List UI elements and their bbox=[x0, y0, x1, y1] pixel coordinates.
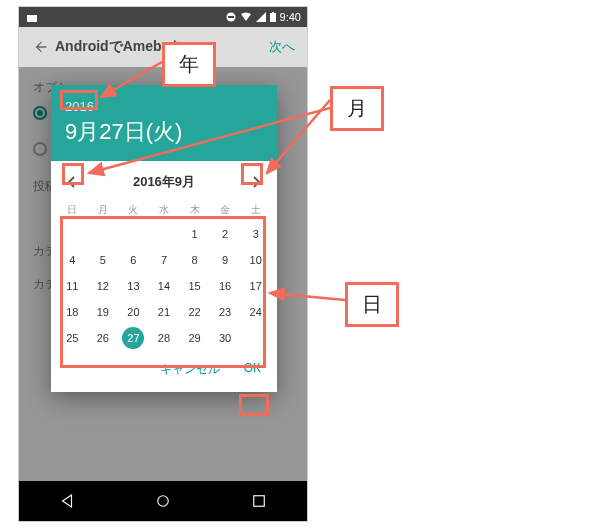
calendar-week: 252627282930. bbox=[51, 325, 277, 351]
status-clock: 9:40 bbox=[280, 11, 301, 23]
callout-year: 年 bbox=[162, 42, 216, 87]
calendar-day[interactable]: 23 bbox=[210, 299, 241, 325]
calendar-day[interactable]: 22 bbox=[179, 299, 210, 325]
calendar-day[interactable]: 1 bbox=[179, 221, 210, 247]
dow-mon: 月 bbox=[88, 199, 119, 221]
dow-wed: 水 bbox=[149, 199, 180, 221]
calendar-day[interactable]: 10 bbox=[240, 247, 271, 273]
month-nav: 2016年9月 bbox=[51, 161, 277, 199]
calendar-day[interactable]: 29 bbox=[179, 325, 210, 351]
svg-rect-3 bbox=[270, 13, 276, 22]
calendar-day[interactable]: 7 bbox=[149, 247, 180, 273]
app-bar-title: AndroidでAmebaを… bbox=[55, 38, 265, 56]
calendar-day[interactable]: 24 bbox=[240, 299, 271, 325]
calendar-day[interactable]: 8 bbox=[179, 247, 210, 273]
calendar-day: . bbox=[240, 325, 271, 351]
calendar-week: 18192021222324 bbox=[51, 299, 277, 325]
calendar-day: . bbox=[57, 221, 88, 247]
calendar-day[interactable]: 15 bbox=[179, 273, 210, 299]
calendar-day: . bbox=[88, 221, 119, 247]
month-label: 2016年9月 bbox=[133, 173, 195, 191]
battery-icon bbox=[270, 12, 276, 22]
calendar-day[interactable]: 12 bbox=[88, 273, 119, 299]
dow-sun: 日 bbox=[57, 199, 88, 221]
nav-home-icon bbox=[154, 492, 172, 510]
dow-tue: 火 bbox=[118, 199, 149, 221]
calendar-day[interactable]: 6 bbox=[118, 247, 149, 273]
chevron-left-icon bbox=[67, 176, 77, 188]
dow-thu: 木 bbox=[179, 199, 210, 221]
ok-button[interactable]: OK bbox=[238, 357, 267, 382]
calendar-day[interactable]: 18 bbox=[57, 299, 88, 325]
calendar-day[interactable]: 3 bbox=[240, 221, 271, 247]
nav-back-button[interactable] bbox=[58, 492, 76, 510]
date-picker-dialog: 2016 9月27日(火) 2016年9月 日 月 火 水 木 金 土 bbox=[51, 85, 277, 392]
next-month-button[interactable] bbox=[245, 171, 267, 193]
dow-fri: 金 bbox=[210, 199, 241, 221]
notification-icon bbox=[27, 12, 37, 22]
svg-rect-2 bbox=[228, 16, 234, 18]
calendar-week: 11121314151617 bbox=[51, 273, 277, 299]
calendar-day[interactable]: 5 bbox=[88, 247, 119, 273]
calendar-day[interactable]: 9 bbox=[210, 247, 241, 273]
date-picker-header: 2016 9月27日(火) bbox=[51, 85, 277, 161]
next-button[interactable]: 次へ bbox=[265, 38, 299, 56]
calendar-day[interactable]: 20 bbox=[118, 299, 149, 325]
nav-recent-button[interactable] bbox=[250, 492, 268, 510]
day-of-week-row: 日 月 火 水 木 金 土 bbox=[51, 199, 277, 221]
calendar-day[interactable]: 14 bbox=[149, 273, 180, 299]
svg-point-5 bbox=[158, 496, 169, 507]
calendar-day: . bbox=[118, 221, 149, 247]
dow-sat: 土 bbox=[240, 199, 271, 221]
calendar-grid: ....123456789101112131415161718192021222… bbox=[51, 221, 277, 351]
callout-day: 日 bbox=[345, 282, 399, 327]
status-bar: 9:40 bbox=[19, 7, 307, 27]
calendar-week: ....123 bbox=[51, 221, 277, 247]
nav-recent-icon bbox=[250, 492, 268, 510]
calendar-day[interactable]: 26 bbox=[88, 325, 119, 351]
calendar-day[interactable]: 27 bbox=[118, 325, 149, 351]
svg-rect-4 bbox=[272, 12, 274, 13]
calendar-day[interactable]: 4 bbox=[57, 247, 88, 273]
cancel-button[interactable]: キャンセル bbox=[154, 357, 226, 382]
svg-rect-6 bbox=[254, 496, 265, 507]
calendar-day[interactable]: 19 bbox=[88, 299, 119, 325]
selected-date-label[interactable]: 9月27日(火) bbox=[65, 117, 263, 147]
nav-home-button[interactable] bbox=[154, 492, 172, 510]
calendar-day: . bbox=[149, 221, 180, 247]
calendar-day[interactable]: 25 bbox=[57, 325, 88, 351]
calendar-day[interactable]: 13 bbox=[118, 273, 149, 299]
android-nav-bar bbox=[19, 481, 307, 521]
dnd-icon bbox=[226, 12, 236, 22]
calendar-day[interactable]: 2 bbox=[210, 221, 241, 247]
dialog-actions: キャンセル OK bbox=[51, 351, 277, 392]
svg-rect-0 bbox=[27, 15, 37, 22]
nav-back-icon bbox=[58, 492, 76, 510]
back-button[interactable] bbox=[27, 39, 55, 55]
year-label[interactable]: 2016 bbox=[65, 99, 94, 114]
calendar-week: 45678910 bbox=[51, 247, 277, 273]
callout-month: 月 bbox=[330, 86, 384, 131]
signal-icon bbox=[256, 12, 266, 22]
chevron-right-icon bbox=[251, 176, 261, 188]
calendar-day[interactable]: 17 bbox=[240, 273, 271, 299]
calendar-day[interactable]: 11 bbox=[57, 273, 88, 299]
prev-month-button[interactable] bbox=[61, 171, 83, 193]
calendar-day[interactable]: 21 bbox=[149, 299, 180, 325]
calendar-day[interactable]: 28 bbox=[149, 325, 180, 351]
calendar-day[interactable]: 16 bbox=[210, 273, 241, 299]
calendar-day[interactable]: 30 bbox=[210, 325, 241, 351]
wifi-icon bbox=[240, 12, 252, 22]
